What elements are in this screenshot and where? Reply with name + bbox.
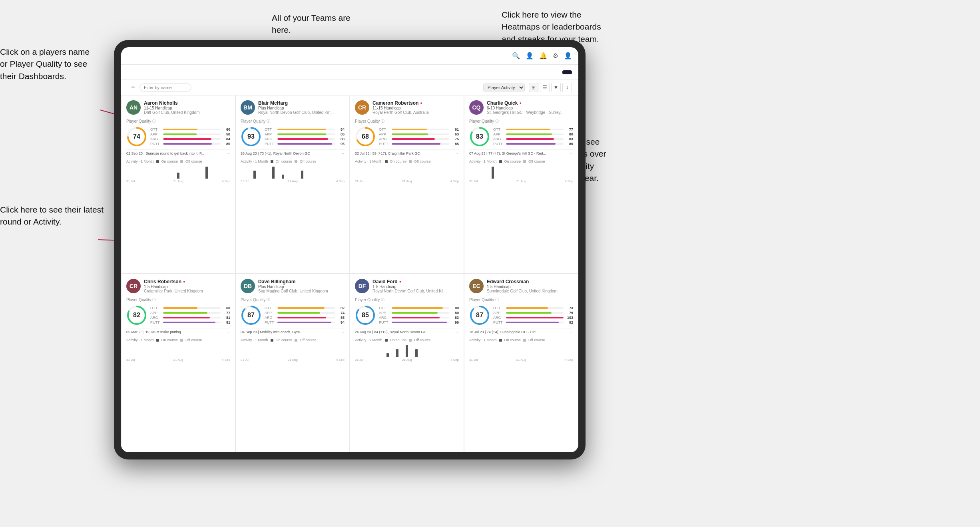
quality-content: 74 OTT 60 APP 58 ARG 84 PUTT 85 xyxy=(126,126,230,147)
player-card[interactable]: BM Blair McHarg Plus Handicap Royal Nort… xyxy=(235,95,350,274)
quality-circle[interactable]: 93 xyxy=(241,126,261,147)
subnav xyxy=(121,65,578,80)
player-info: Cameron Robertson ● 11-15 Handicap Royal… xyxy=(372,100,459,115)
round-arrow: → xyxy=(570,151,573,155)
activity-label: Activity · 1 Month On course Off course xyxy=(126,338,230,342)
bell-icon[interactable]: 🔔 xyxy=(539,52,547,60)
player-handicap: 1-5 Handicap xyxy=(487,284,573,289)
quality-content: 87 OTT 82 APP 74 ARG 85 PUTT 94 xyxy=(241,305,345,326)
stat-row-arg: ARG 83 xyxy=(493,137,573,141)
round-arrow: → xyxy=(455,330,459,334)
latest-round[interactable]: 07 Aug 23 | 77 (+7), St George's Hill GC… xyxy=(469,149,573,155)
stat-row-ott: OTT 60 xyxy=(150,127,230,131)
avatar-icon[interactable]: 👤 xyxy=(564,52,572,60)
stat-row-arg: ARG 84 xyxy=(150,137,230,141)
chart-date-labels: 31 Jul 21 Aug 4 Sep xyxy=(469,179,573,183)
quality-stats: OTT 77 APP 80 ARG 83 PUTT 86 xyxy=(493,127,573,146)
round-arrow: → xyxy=(455,151,459,155)
stat-row-putt: PUTT 95 xyxy=(265,142,345,146)
verified-icon: ● xyxy=(420,101,422,105)
search-icon[interactable]: 🔍 xyxy=(512,52,520,60)
quality-circle[interactable]: 68 xyxy=(355,126,376,147)
player-name[interactable]: Aaron Nicholls xyxy=(144,100,230,106)
player-name[interactable]: Cameron Robertson ● xyxy=(372,100,459,106)
avatar: CQ xyxy=(469,100,484,115)
quality-circle[interactable]: 74 xyxy=(126,126,147,147)
add-team-button[interactable] xyxy=(562,70,572,74)
player-info: Aaron Nicholls 11-15 Handicap Drift Golf… xyxy=(144,100,230,115)
player-name[interactable]: Dave Billingham xyxy=(258,279,345,284)
latest-round[interactable]: 26 Aug 23 | 84 (+12), Royal North Devon … xyxy=(355,328,459,334)
player-card[interactable]: DB Dave Billingham Plus Handicap Sag Mag… xyxy=(235,274,350,452)
player-club: Royal North Devon Golf Club, United Kin.… xyxy=(258,110,345,115)
info-icon: ⓘ xyxy=(495,119,499,124)
player-card[interactable]: CR Chris Robertson ● 1-5 Handicap Craigm… xyxy=(121,274,235,452)
quality-circle[interactable]: 83 xyxy=(469,126,490,147)
latest-round-text: 02 Sep 23 | Sunrose round to get back in… xyxy=(126,151,204,155)
latest-round[interactable]: 04 Sep 23 | Mobility with coach, Gym → xyxy=(241,328,345,334)
player-card[interactable]: AN Aaron Nicholls 11-15 Handicap Drift G… xyxy=(121,95,235,274)
avatar: CR xyxy=(355,100,369,115)
stat-row-app: APP 80 xyxy=(493,132,573,136)
player-card[interactable]: CQ Charlie Quick ● 6-10 Handicap St. Geo… xyxy=(464,95,578,274)
player-name[interactable]: Chris Robertson ● xyxy=(144,279,230,284)
stat-row-arg: ARG 85 xyxy=(265,316,345,320)
player-card[interactable]: CR Cameron Robertson ● 11-15 Handicap Ro… xyxy=(350,95,464,274)
round-arrow: → xyxy=(341,330,345,334)
activity-label: Activity · 1 Month On course Off course xyxy=(241,159,345,163)
quality-label: Player Quality ⓘ xyxy=(241,119,345,124)
player-club: Drift Golf Club, United Kingdom xyxy=(144,110,230,115)
quality-stats: OTT 61 APP 63 ARG 75 PUTT 85 xyxy=(379,127,459,146)
activity-label: Activity · 1 Month On course Off course xyxy=(469,338,573,342)
player-name[interactable]: Blair McHarg xyxy=(258,100,345,106)
player-name[interactable]: David Ford ● xyxy=(372,279,459,284)
info-icon: ⓘ xyxy=(152,119,156,124)
quality-circle[interactable]: 87 xyxy=(241,305,261,326)
annotation-top-center: All of your Teams are here. xyxy=(272,12,368,36)
stat-row-ott: OTT 84 xyxy=(265,127,345,131)
info-icon: ⓘ xyxy=(381,297,384,302)
latest-round[interactable]: 02 Sep 23 | Sunrose round to get back in… xyxy=(126,149,230,155)
activity-section: Activity · 1 Month On course Off course xyxy=(241,159,345,183)
latest-round[interactable]: 05 Mar 23 | 19, Must make putting → xyxy=(126,328,230,334)
latest-round-text: 04 Sep 23 | Mobility with coach, Gym xyxy=(241,330,300,334)
stat-row-app: APP 63 xyxy=(379,132,459,136)
profile-icon[interactable]: 👤 xyxy=(526,52,534,60)
player-name[interactable]: Charlie Quick ● xyxy=(487,100,573,106)
quality-circle[interactable]: 85 xyxy=(355,305,376,326)
quality-circle[interactable]: 82 xyxy=(126,305,147,326)
player-header: CR Cameron Robertson ● 11-15 Handicap Ro… xyxy=(355,100,459,115)
mini-chart xyxy=(241,344,345,357)
off-course-legend xyxy=(295,339,297,342)
sort-button[interactable]: ↕ xyxy=(562,83,572,92)
stat-row-arg: ARG 75 xyxy=(379,137,459,141)
edit-icon[interactable]: ✏ xyxy=(131,85,135,90)
stat-row-ott: OTT 61 xyxy=(379,127,459,131)
show-select[interactable]: Player Activity Quality Trend xyxy=(483,84,525,91)
latest-round[interactable]: 26 Aug 23 | 73 (+1), Royal North Devon G… xyxy=(241,149,345,155)
latest-round[interactable]: 18 Jul 23 | 74 (+4), Sunningdale GC - Ol… xyxy=(469,328,573,334)
avatar: CR xyxy=(126,279,141,293)
quality-stats: OTT 73 APP 79 ARG 103 PUTT 92 xyxy=(493,306,573,324)
activity-label: Activity · 1 Month On course Off course xyxy=(355,159,459,163)
search-input[interactable] xyxy=(139,84,191,91)
settings-icon[interactable]: ⚙ xyxy=(553,52,558,60)
chart-date-labels: 31 Jul 21 Aug 4 Sep xyxy=(355,358,459,362)
on-course-legend xyxy=(385,160,388,163)
stat-row-app: APP 77 xyxy=(150,311,230,315)
player-info: David Ford ● 1-5 Handicap Royal North De… xyxy=(372,279,459,293)
filter-button[interactable]: ▼ xyxy=(551,83,561,92)
latest-round[interactable]: 02 Jul 23 | 59 (+17), Craigmillar Park G… xyxy=(355,149,459,155)
player-card[interactable]: EC Edward Crossman 1-5 Handicap Sunningd… xyxy=(464,274,578,452)
list-view-button[interactable]: ☰ xyxy=(540,83,550,92)
info-icon: ⓘ xyxy=(267,297,270,302)
stat-row-app: APP 80 xyxy=(379,311,459,315)
player-header: CR Chris Robertson ● 1-5 Handicap Craigm… xyxy=(126,279,230,293)
player-handicap: 11-15 Handicap xyxy=(144,106,230,110)
ipad-frame: 🔍 👤 🔔 ⚙ 👤 ✏ Player Ac xyxy=(114,40,586,459)
stat-row-ott: OTT 82 xyxy=(265,306,345,310)
grid-view-button[interactable]: ⊞ xyxy=(529,83,538,92)
player-card[interactable]: DF David Ford ● 1-5 Handicap Royal North… xyxy=(350,274,464,452)
player-name[interactable]: Edward Crossman xyxy=(487,279,573,284)
quality-circle[interactable]: 87 xyxy=(469,305,490,326)
